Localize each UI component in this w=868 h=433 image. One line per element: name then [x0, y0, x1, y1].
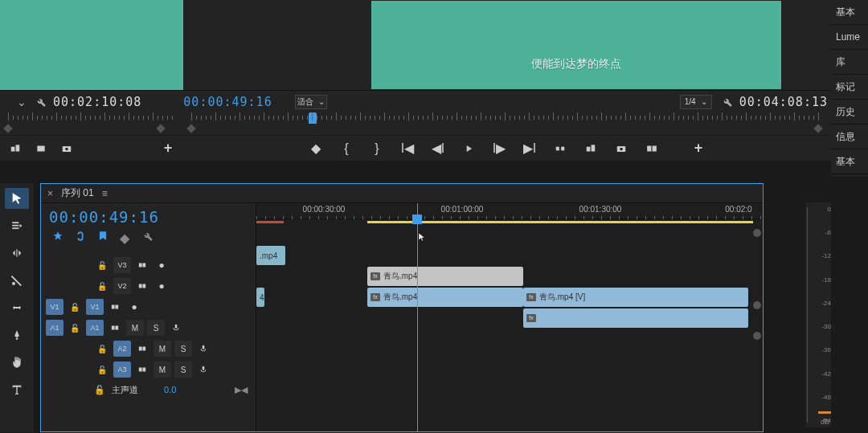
playhead-miniruler[interactable] — [309, 112, 317, 124]
voice-over-icon[interactable] — [168, 320, 184, 336]
tab-history[interactable]: 历史 — [831, 100, 868, 125]
lift-icon[interactable] — [553, 141, 567, 156]
pen-tool-icon[interactable] — [5, 325, 29, 345]
zoom-fit-dropdown[interactable]: 适合 ⌄ — [295, 95, 327, 109]
timeline-ruler[interactable]: 00:00:30:00 00:01:00:00 00:01:30:00 00:0… — [256, 203, 763, 219]
scroll-handle[interactable] — [753, 301, 761, 309]
track-label-v2[interactable]: V2 — [113, 278, 131, 294]
eye-icon[interactable] — [154, 278, 170, 294]
settings-icon[interactable]: ◆ — [120, 231, 133, 243]
source-miniruler[interactable] — [0, 112, 183, 135]
lock-icon[interactable]: 🔓 — [94, 385, 105, 395]
source-patch-a1[interactable]: A1 — [46, 320, 63, 336]
type-tool-icon[interactable] — [5, 379, 29, 400]
overwrite-button[interactable] — [34, 141, 48, 156]
scroll-handle[interactable] — [753, 332, 761, 340]
export-frame-icon[interactable] — [614, 141, 628, 156]
track-header-a3[interactable]: 🔓 A3 M S — [41, 359, 256, 380]
wrench-icon-2[interactable] — [720, 95, 735, 109]
track-header-v2[interactable]: 🔓 V2 — [41, 276, 256, 296]
timeline-timecode[interactable]: 00:00:49:16 — [41, 203, 256, 227]
panel-menu-icon[interactable]: ≡ — [102, 188, 108, 199]
lock-icon[interactable]: 🔓 — [67, 299, 83, 315]
clip-v2[interactable]: fx青鸟.mp4 — [367, 267, 523, 286]
wrench-icon[interactable] — [34, 95, 48, 109]
mute-button[interactable]: M — [154, 341, 171, 357]
voice-over-icon[interactable] — [195, 341, 211, 357]
chevron-down-icon[interactable]: ⌄ — [14, 95, 29, 109]
track-header-v3[interactable]: 🔓 V3 — [41, 255, 256, 276]
linked-selection-icon[interactable] — [75, 231, 88, 243]
toggle-sync-icon[interactable] — [134, 341, 150, 357]
track-header-v1[interactable]: V1 🔓 V1 — [41, 296, 256, 317]
program-monitor[interactable]: 便能到达梦的终点 — [371, 1, 781, 89]
tab-info[interactable]: 信息 — [831, 125, 868, 149]
eye-icon[interactable] — [126, 299, 142, 315]
selection-tool-icon[interactable] — [5, 188, 29, 209]
add-button-left[interactable]: + — [161, 141, 175, 156]
track-label-v3[interactable]: V3 — [113, 257, 131, 273]
program-miniruler[interactable] — [183, 112, 831, 135]
tab-basic2[interactable]: 基本 — [831, 149, 868, 174]
timeline-clips-area[interactable]: 00:00:30:00 00:01:00:00 00:01:30:00 00:0… — [256, 203, 763, 431]
track-label-a1[interactable]: A1 — [86, 320, 104, 336]
go-to-in-icon[interactable]: I◀ — [400, 141, 415, 156]
toggle-sync-icon[interactable] — [134, 257, 150, 273]
mark-in-icon[interactable]: ◆ — [309, 141, 323, 156]
track-select-tool-icon[interactable] — [5, 215, 29, 236]
wrench-timeline-icon[interactable] — [142, 231, 155, 243]
clip-v3[interactable]: .mp4 — [256, 246, 285, 265]
in-point-icon[interactable]: { — [339, 141, 354, 156]
extract-icon[interactable] — [583, 141, 598, 156]
master-track-row[interactable]: 🔓 主声道 0.0 ▶◀ — [41, 380, 256, 399]
toggle-sync-icon[interactable] — [134, 362, 150, 378]
source-monitor[interactable] — [0, 0, 183, 90]
solo-button[interactable]: S — [174, 362, 192, 378]
toggle-sync-icon[interactable] — [107, 320, 123, 336]
mute-button[interactable]: M — [154, 362, 171, 378]
scroll-handle[interactable] — [753, 229, 761, 237]
lock-icon[interactable]: 🔓 — [94, 278, 110, 294]
step-forward-icon[interactable]: I▶ — [492, 141, 506, 156]
clip-v1a[interactable]: 4 — [256, 288, 264, 307]
tab-markers[interactable]: 标记 — [831, 75, 868, 100]
program-timecode[interactable]: 00:00:49:16 — [183, 95, 272, 109]
lock-icon[interactable]: 🔓 — [94, 362, 110, 378]
solo-button[interactable]: S — [147, 320, 165, 336]
sequence-name[interactable]: 序列 01 — [61, 186, 94, 200]
solo-button[interactable]: S — [174, 341, 192, 357]
mute-button[interactable]: M — [126, 320, 144, 336]
ripple-tool-icon[interactable] — [5, 243, 29, 263]
snapshot-button[interactable] — [59, 141, 74, 156]
insert-button[interactable] — [8, 141, 23, 156]
toggle-sync-icon[interactable] — [107, 299, 123, 315]
collapse-icon[interactable]: ▶◀ — [235, 385, 248, 395]
lock-icon[interactable]: 🔓 — [94, 257, 110, 273]
step-back-icon[interactable]: ◀I — [431, 141, 445, 156]
resolution-dropdown[interactable]: 1/4 ⌄ — [680, 95, 712, 109]
source-patch-v1[interactable]: V1 — [46, 299, 63, 315]
comparison-view-icon[interactable] — [645, 141, 659, 156]
go-to-out-icon[interactable]: ▶I — [522, 141, 537, 156]
tab-lumetri[interactable]: Lume — [831, 25, 868, 50]
track-header-a1[interactable]: A1 🔓 A1 M S — [41, 317, 256, 338]
hand-tool-icon[interactable] — [5, 352, 29, 373]
close-icon[interactable]: × — [47, 188, 53, 199]
tab-basic[interactable]: 基本 — [831, 0, 868, 25]
slip-tool-icon[interactable] — [5, 297, 29, 318]
lock-icon[interactable]: 🔓 — [67, 320, 83, 336]
voice-over-icon[interactable] — [195, 362, 211, 378]
clip-v1c[interactable]: fx青鸟.mp4 [V] — [523, 288, 748, 307]
lock-icon[interactable]: 🔓 — [94, 341, 110, 357]
tab-library[interactable]: 库 — [831, 50, 868, 75]
out-point-icon[interactable]: } — [370, 141, 384, 156]
add-button-right[interactable]: + — [691, 141, 706, 156]
play-icon[interactable] — [461, 141, 476, 156]
razor-tool-icon[interactable] — [5, 270, 29, 291]
clip-a1[interactable]: fx — [523, 308, 748, 328]
duration-timecode[interactable]: 00:04:08:13 — [739, 95, 828, 109]
eye-icon[interactable] — [154, 257, 170, 273]
track-label-a2[interactable]: A2 — [113, 341, 131, 357]
marker-icon[interactable] — [97, 231, 110, 243]
track-header-a2[interactable]: 🔓 A2 M S — [41, 338, 256, 359]
